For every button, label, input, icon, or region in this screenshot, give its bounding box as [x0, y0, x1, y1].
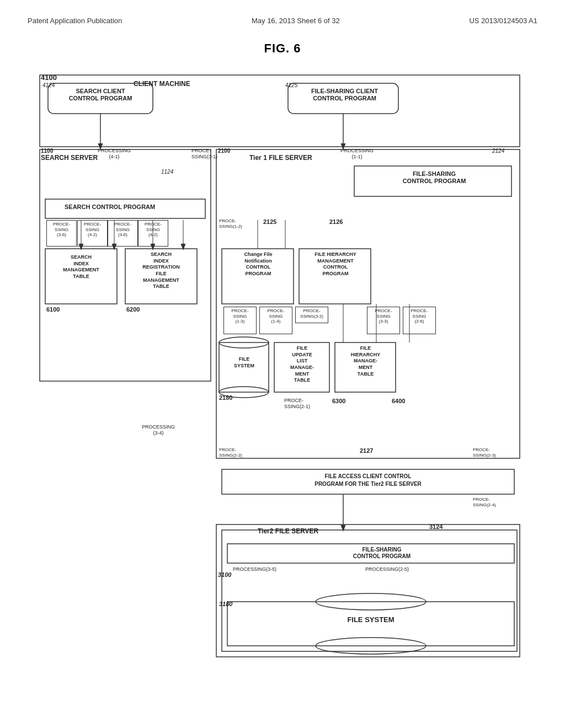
proce-ssing-2-1: PROCE- SSING(2-1)	[284, 398, 310, 410]
ref-3100: 3100	[218, 571, 231, 579]
search-client-box: SEARCH CLIENT CONTROL PROGRAM	[51, 88, 150, 102]
tier2-label: 3124	[429, 523, 443, 531]
proce-ssing-1-3: PROCE- SSING (1-3)	[223, 307, 257, 334]
proce-ssing-2-6: PROCE- SSING (2-6)	[403, 307, 436, 334]
file-system-t2: FILE SYSTEM	[310, 615, 431, 624]
file-sharing-client-box: FILE-SHARING CLIENT CONTROL PROGRAM	[291, 88, 398, 102]
svg-point-35	[316, 593, 426, 610]
proce-ssing-3-1: PROCE- SSING(3-1)	[191, 148, 217, 160]
svg-point-37	[219, 337, 269, 348]
ref-2127: 2127	[360, 447, 373, 454]
ref-6200: 6200	[126, 306, 140, 313]
processing-2-5: PROCESSING(2-5)	[365, 566, 409, 572]
processing-3-5: PROCESSING(3-5)	[233, 566, 276, 572]
header-left: Patent Application Publication	[28, 17, 122, 25]
proce-ssing-1-4: PROCE- SSING (1-4)	[259, 307, 292, 334]
processing-1-1: PROCESSING (1-1)	[340, 148, 374, 160]
file-update-list: FILE UPDATE LIST MANAGE- MENT TABLE	[276, 345, 328, 384]
search-server-ref: 1124	[161, 169, 173, 175]
page: Patent Application Publication May 16, 2…	[0, 0, 565, 728]
ref-6100: 6100	[46, 306, 60, 313]
ref-6300: 6300	[332, 398, 345, 405]
ref-2180: 2180	[219, 394, 232, 402]
svg-point-36	[316, 638, 426, 654]
file-access-client: FILE ACCESS CLIENT CONTROL PROGRAM FOR T…	[225, 473, 511, 488]
tier1-box: Tier 1 FILE SERVER	[249, 154, 312, 162]
ref-6400: 6400	[392, 398, 405, 405]
search-control: SEARCH CONTROL PROGRAM	[65, 204, 155, 211]
tier1-ref: 2124	[492, 148, 504, 154]
proce-ssing-2-3: PROCE- SSING(2-3)	[473, 447, 496, 458]
proce-ssing-2-4: PROCE- SSING(2-4)	[473, 497, 496, 507]
svg-rect-2	[216, 149, 520, 458]
label-4100: 4100	[41, 73, 57, 82]
search-index-reg: SEARCH INDEX REGISTRATION FILE MANAGEMEN…	[126, 251, 196, 290]
file-hierarchy-mgmt: FILE HIERARCHY MANAGEMENT CONTROL PROGRA…	[301, 251, 370, 277]
proce-ssing-3-2: PROCE- SSING(3-2)	[295, 307, 328, 323]
file-sharing-ctrl-t2: FILE-SHARING CONTROL PROGRAM	[244, 547, 520, 560]
proce-ssing-4-2a: PROCE- SSING (4-2)	[77, 220, 108, 247]
file-system-t1: FILE SYSTEM	[221, 356, 268, 369]
svg-rect-3	[216, 524, 520, 657]
file-hierarchy-table: FILE HIERARCHY MANAGE- MENT TABLE	[337, 345, 395, 377]
proce-ssing-1-2: PROCE- SSING(1-2)	[219, 218, 242, 229]
processing-4-1: PROCESSING (4-1)	[98, 148, 131, 160]
diagram: 4100 CLIENT MACHINE 4124 SEARCH CLIENT C…	[34, 72, 531, 668]
ref-3180: 3180	[219, 601, 232, 608]
processing-3-4: PROCESSING (3-4)	[142, 424, 175, 436]
tier1-label: 2100	[218, 148, 230, 154]
search-server-box: SEARCH SERVER	[41, 154, 98, 162]
tier2-box: Tier2 FILE SERVER	[258, 527, 318, 535]
proce-ssing-4-2b: PROCE- SSING (4-2)	[138, 220, 168, 247]
svg-rect-0	[40, 75, 520, 147]
proce-ssing-3-3: PROCE- SSING (3-3)	[367, 307, 400, 334]
ref-2126: 2126	[329, 218, 343, 226]
proce-ssing-2-2: PROCE- SSING(2-2)	[219, 447, 242, 458]
fig-title: FIG. 6	[11, 41, 554, 56]
header-right: US 2013/0124503 A1	[469, 17, 537, 25]
search-index-mgmt: SEARCH INDEX MANAGEMENT TABLE	[46, 254, 116, 280]
proce-ssing-3-6b: PROCE- SSING (3-6)	[108, 220, 138, 247]
header: Patent Application Publication May 16, 2…	[11, 11, 554, 30]
change-file-notif: Change File Notification CONTROL PROGRAM	[223, 251, 293, 277]
ref-2125: 2125	[263, 218, 276, 226]
proce-ssing-3-6a: PROCE- SSING (3-6)	[46, 220, 77, 247]
header-center: May 16, 2013 Sheet 6 of 32	[252, 17, 340, 25]
file-sharing-control-t1: FILE-SHARING CONTROL PROGRAM	[360, 170, 509, 185]
client-machine-text: CLIENT MACHINE	[134, 80, 190, 88]
